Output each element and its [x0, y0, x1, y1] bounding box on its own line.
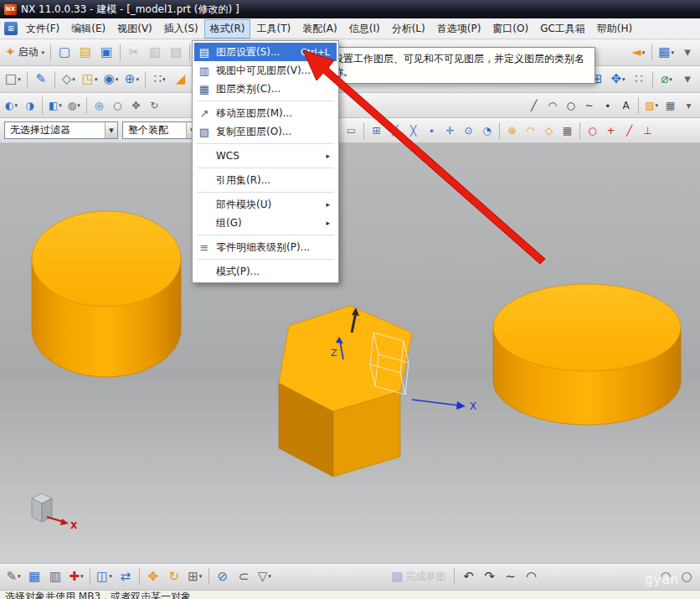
row2-options-button[interactable]: ▾ [677, 70, 697, 90]
zoom-button[interactable]: ○ [109, 96, 126, 114]
pan-button[interactable]: ✥ [127, 96, 145, 114]
dropdown-arrow-icon[interactable]: ▾ [655, 102, 658, 109]
menu-item-part-module[interactable]: 部件模块(U)▸ [194, 195, 337, 214]
menu-assembly[interactable]: 装配(A) [296, 19, 343, 39]
snap-quadrant-toggle[interactable]: ◔ [478, 121, 496, 139]
snap-circle-toggle[interactable]: ○ [584, 121, 601, 139]
curve-line-button[interactable]: ╱ [525, 96, 543, 114]
snap-endpoint-toggle[interactable]: ╱ [386, 121, 404, 139]
menu-item-group[interactable]: 组(G)▸ [194, 214, 337, 232]
menu-item-copy-to-layer[interactable]: ▧复制至图层(O)... [194, 122, 337, 141]
dropdown-arrow-icon[interactable]: ▾ [18, 573, 21, 580]
menu-gc-toolbox[interactable]: GC工具箱 [534, 19, 591, 39]
rotate-view-button[interactable]: ↻ [146, 96, 163, 114]
menu-item-layer-category[interactable]: ▦图层类别(C)... [194, 80, 337, 98]
menu-tools[interactable]: 工具(T) [250, 19, 296, 39]
surface-button[interactable]: ▨▾ [642, 96, 661, 114]
menu-preferences[interactable]: 首选项(P) [431, 19, 487, 39]
snap-arc-center-toggle[interactable]: ⊙ [460, 121, 477, 139]
menu-insert[interactable]: 插入(S) [158, 19, 204, 39]
curve-arc-button[interactable]: ◠ [543, 96, 561, 114]
pattern-component-button[interactable]: ∷ [629, 70, 649, 90]
menu-item-parts-list-levels[interactable]: ≡零件明细表级别(P)... [194, 238, 337, 256]
move-component-button[interactable]: ✥▾ [608, 70, 628, 90]
render-style-button[interactable]: ◍▾ [65, 96, 83, 114]
dropdown-arrow-icon[interactable]: ▾ [42, 49, 45, 56]
menu-help[interactable]: 帮助(H) [591, 19, 638, 39]
link-button[interactable]: ⊂ [234, 566, 254, 586]
row3-options-button[interactable]: ▾ [680, 96, 697, 114]
assembly-navigator-button[interactable]: ▦ [24, 566, 44, 586]
menu-item-visible-layers-in-view[interactable]: ▥视图中可见图层(V)... [194, 61, 337, 80]
align-button[interactable]: ◫▾ [94, 566, 115, 586]
show-hide-button[interactable]: ◐▾ [3, 96, 20, 114]
curve-undo-button[interactable]: ↶ [458, 566, 478, 586]
curve-redo-button[interactable]: ↷ [479, 566, 499, 586]
curve-circle-button[interactable]: ○ [562, 96, 579, 114]
menu-file[interactable]: 文件(F) [20, 19, 65, 39]
dropdown-arrow-icon[interactable]: ▾ [136, 76, 139, 83]
snap-midpoint-toggle[interactable]: ╳ [404, 121, 422, 139]
menu-window[interactable]: 窗口(O) [486, 19, 534, 39]
dropdown-arrow-icon[interactable]: ▾ [80, 573, 84, 580]
orbit-bottom-button[interactable]: ↻ [164, 566, 184, 586]
menu-format[interactable]: 格式(R) [204, 19, 251, 39]
cut-button[interactable]: ✂ [124, 43, 144, 63]
dropdown-arrow-icon[interactable]: ▾ [59, 102, 62, 109]
menu-item-wcs[interactable]: WCS▸ [194, 147, 337, 165]
part-navigator-button[interactable]: ▥ [45, 566, 65, 586]
open-file-button[interactable]: ▤ [75, 43, 95, 63]
paste-button[interactable]: ▧ [166, 43, 186, 63]
finish-sketch-button[interactable]: ▩完成草图 [389, 566, 450, 586]
menu-edit[interactable]: 编辑(E) [65, 19, 111, 39]
snap-plus-toggle[interactable]: + [602, 121, 620, 139]
curve-arc-bottom-button[interactable]: ◠ [521, 566, 541, 586]
circle-partial-button[interactable]: ○ [677, 566, 697, 586]
dropdown-arrow-icon[interactable]: ▾ [72, 76, 75, 83]
clip-section-button[interactable]: ⊘ [213, 566, 233, 586]
selection-filter-combo[interactable]: 无选择过滤器 ▼ [4, 121, 118, 139]
save-button[interactable]: ▣ [96, 43, 116, 63]
mesh-button[interactable]: ▦ [661, 96, 679, 114]
dropdown-arrow-icon[interactable]: ▾ [18, 76, 21, 83]
snap-control-point-toggle[interactable]: ∙ [423, 121, 440, 139]
menu-analysis[interactable]: 分析(L) [386, 19, 431, 39]
menu-item-pattern[interactable]: 模式(P)... [194, 262, 337, 281]
sketch-button[interactable]: ✎ [31, 70, 51, 90]
add-component-button[interactable]: ✚▾ [66, 566, 86, 586]
toolbar-options-button[interactable]: ▾ [677, 43, 697, 63]
window-button[interactable]: ▦▾ [656, 43, 677, 63]
snap-perpendicular-toggle[interactable]: ⊥ [639, 121, 656, 139]
point-button[interactable]: ∙ [599, 96, 616, 114]
extrude-button[interactable]: ◳▾ [80, 70, 100, 90]
menu-view[interactable]: 视图(V) [111, 19, 158, 39]
chevron-down-icon[interactable]: ▼ [105, 122, 117, 138]
orient-view-button[interactable]: ◧▾ [46, 96, 64, 114]
dropdown-arrow-icon[interactable]: ▾ [116, 76, 119, 83]
curve-fit-button[interactable]: ∼ [500, 566, 520, 586]
dropdown-arrow-icon[interactable]: ▾ [622, 76, 625, 83]
view-layout-button[interactable]: ⊞▾ [185, 566, 205, 586]
immediate-hide-button[interactable]: ◑ [21, 96, 39, 114]
copy-button[interactable]: ▥ [145, 43, 165, 63]
snap-bounded-grid-toggle[interactable]: ▦ [558, 121, 576, 139]
selection-scope-combo[interactable]: 整个装配 ▼ [122, 121, 199, 139]
dropdown-arrow-icon[interactable]: ▾ [671, 49, 674, 56]
cylinder-right[interactable] [493, 284, 681, 425]
select-scope-icon[interactable]: ▭ [342, 121, 360, 139]
hole-button[interactable]: ◉▾ [100, 70, 121, 90]
menu-item-reference-sets[interactable]: 引用集(R)... [194, 171, 337, 189]
dropdown-arrow-icon[interactable]: ▾ [642, 49, 646, 56]
curve-spline-button[interactable]: ∼ [580, 96, 598, 114]
view-tool-button[interactable]: ✎▾ [3, 566, 23, 586]
pattern-feature-button[interactable]: ∷▾ [149, 70, 169, 90]
menu-item-layer-settings[interactable]: ▤图层设置(S)...Ctrl+L [194, 43, 337, 61]
cylinder-left[interactable] [32, 211, 181, 377]
snap-existing-point-toggle[interactable]: ⊕ [503, 121, 521, 139]
fit-view-button[interactable]: ◎ [90, 96, 108, 114]
mate-button[interactable]: ⇄ [116, 566, 136, 586]
dropdown-arrow-icon[interactable]: ▾ [199, 573, 203, 580]
blank-template-button[interactable]: □▾ [3, 70, 23, 90]
dropdown-arrow-icon[interactable]: ▾ [14, 102, 18, 109]
touch-mode-button[interactable]: ◄▾ [628, 43, 648, 63]
